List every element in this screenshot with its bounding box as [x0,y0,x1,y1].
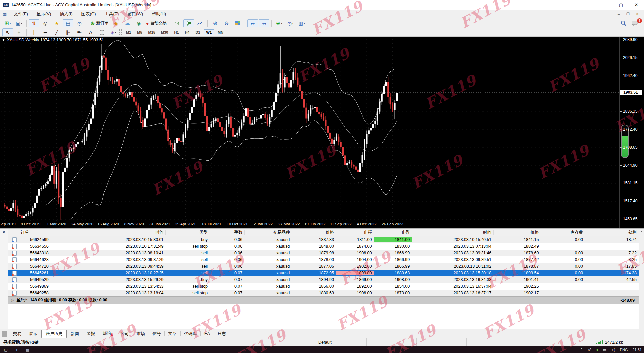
status-profile[interactable]: Default [315,338,366,346]
data-window-button[interactable]: ◎ [40,19,51,27]
history-row[interactable]: 566498692023.03.13 13:54:33sell stop0.07… [8,283,639,290]
tab-mailbox[interactable]: 邮箱6 [99,330,117,338]
col-sl[interactable]: 止损 [336,230,374,235]
candlestick-button[interactable] [183,19,194,27]
menu-item-charts[interactable]: 图表(C) [77,10,100,18]
menu-item-view[interactable]: 显示(V) [32,10,55,18]
zoom-out-button[interactable]: ⊖ [221,19,232,27]
tray-up-arrow-icon[interactable]: ⌃ [580,348,583,352]
timeframe-m15[interactable]: M15 [146,29,158,35]
fibonacci-button[interactable]: ≡F [74,28,85,36]
chart-canvas[interactable] [0,37,619,221]
timeframe-h1[interactable]: H1 [171,29,181,35]
indicators-button[interactable]: ⊕▾ [274,19,284,27]
tray-language[interactable]: ENG [620,348,628,352]
child-restore-button[interactable]: ❐ [623,11,633,17]
vertical-line-button[interactable]: │ [29,28,39,36]
new-order-button[interactable]: ⊕新订单 [89,19,110,27]
menu-item-file[interactable]: 文件(F) [9,10,32,18]
history-row[interactable]: 566492582023.03.13 13:18:04sell stop0.07… [8,290,639,296]
history-scrollbar[interactable]: ▲ [639,229,644,329]
price-axis[interactable]: 2089.902026.151962.401836.151772.401708.… [619,37,644,228]
col-swap[interactable]: 库存费 [541,230,585,235]
history-row[interactable]: 566245992023.03.10 15:30:01buy0.06xauusd… [8,236,639,243]
tray-network-icon[interactable]: ☍ [588,348,591,352]
col-open-price[interactable]: 价格 [292,230,336,235]
history-row[interactable]: 566346562023.03.10 17:31:49sell stop0.06… [8,243,639,250]
col-close-price[interactable]: 价格 [493,230,541,235]
col-order[interactable]: 订单 [8,230,84,235]
col-close-time[interactable]: 时间 [412,230,493,235]
maximize-button[interactable]: ▢ [613,0,629,10]
horizontal-line-button[interactable]: ─ [40,28,51,36]
col-profit[interactable]: 获利 [585,230,639,235]
tab-exposure[interactable]: 展示 [25,330,41,338]
minimize-button[interactable]: – [598,0,613,10]
tab-codebase[interactable]: 代码库 [181,330,201,338]
timeframe-m5[interactable]: M5 [134,29,145,35]
terminal-button[interactable]: ▤ [63,19,73,27]
child-minimize-button[interactable]: – [614,11,623,17]
line-chart-button[interactable] [195,19,205,27]
tab-alerts[interactable]: 警报 [83,330,99,338]
cursor-button[interactable]: ↖ [2,28,13,36]
tab-articles[interactable]: 文章 [165,330,180,338]
tray-display-icon[interactable]: ▭ [603,348,606,352]
candlestick-chart[interactable]: ▼ XAUUSD,Weekly 1874.13 1909.70 1871.55 … [0,37,619,221]
templates-button[interactable]: ▥▾ [296,19,307,27]
col-lots[interactable]: 手数 [210,230,244,235]
tab-ea[interactable]: EA [201,330,214,337]
menu-item-help[interactable]: 帮助(H) [147,10,170,18]
text-label-button[interactable]: T [97,28,107,36]
autotrading-button[interactable]: ●自动交易 [145,19,168,27]
timeframe-w1[interactable]: W1 [204,29,215,35]
signals-button[interactable]: ◉ [133,19,144,27]
chat-button[interactable]: 1 [630,19,640,27]
periods-button[interactable]: ◷▾ [285,19,296,27]
metaeditor-button[interactable]: ◆ [111,19,121,27]
profiles-button[interactable]: ▣▾ [14,19,24,27]
symbol-dropdown-icon[interactable]: ▼ [2,38,5,42]
auto-scroll-button[interactable]: ↦ [247,19,258,27]
text-button[interactable]: A [85,28,96,36]
history-row[interactable]: 566495292023.03.13 15:29:29buy0.07xauusd… [8,276,639,283]
market-watch-button[interactable]: ⇅ [29,19,39,27]
taskbar-app-icon[interactable]: ▢ [4,348,7,352]
menu-item-window[interactable]: 窗口(W) [123,10,147,18]
strategy-tester-button[interactable]: ◷ [74,19,85,27]
tabs-grip[interactable] [2,331,7,337]
close-button[interactable]: ✕ [629,0,644,10]
col-tp[interactable]: 止盈 [374,230,412,235]
timeframe-m30[interactable]: M30 [159,29,171,35]
bar-chart-button[interactable] [172,19,183,27]
tray-antivirus-icon[interactable]: ● [596,348,598,352]
new-chart-button[interactable]: ⊞▾ [2,19,13,27]
tab-journal[interactable]: 日志 [214,330,230,338]
menu-item-insert[interactable]: 插入(I) [55,10,77,18]
publish-button[interactable]: ☁ [122,19,133,27]
tab-account-history[interactable]: 账户历史 [41,330,67,338]
col-open-time[interactable]: 时间 [84,230,165,235]
timeframe-m1[interactable]: M1 [123,29,134,35]
tab-signals[interactable]: 信号 [149,330,164,338]
child-close-button[interactable]: ✕ [633,11,642,17]
timeframe-d1[interactable]: D1 [193,29,203,35]
tab-company[interactable]: 公司 [117,330,133,338]
tab-news[interactable]: 新闻 [67,330,83,338]
history-row[interactable]: 566446282023.03.13 09:37:29sell0.06xauus… [8,256,639,263]
navigator-button[interactable]: ★ [51,19,62,27]
history-row[interactable]: 566452612023.03.13 10:27:25sell0.07xauus… [8,270,639,276]
taskbar-app-icon[interactable]: ▦ [26,348,29,352]
arrows-button[interactable]: ◈▾ [108,28,119,36]
tray-volume-icon[interactable]: ◁) [611,348,615,352]
tile-windows-button[interactable] [232,19,243,27]
date-axis[interactable]: 15 Sep 20198 Dec 20191 Mar 202024 May 20… [0,221,619,228]
taskbar-app-icon[interactable]: ◑ [15,348,18,352]
trendline-button[interactable]: ╱ [51,28,62,36]
crosshair-button[interactable]: + [14,28,24,36]
chart-shift-button[interactable]: ↤ [259,19,269,27]
zoom-in-button[interactable]: ⊕ [210,19,220,27]
search-button[interactable] [618,19,629,27]
col-type[interactable]: 类型 [165,230,210,235]
col-symbol[interactable]: 交易品种 [244,230,292,235]
